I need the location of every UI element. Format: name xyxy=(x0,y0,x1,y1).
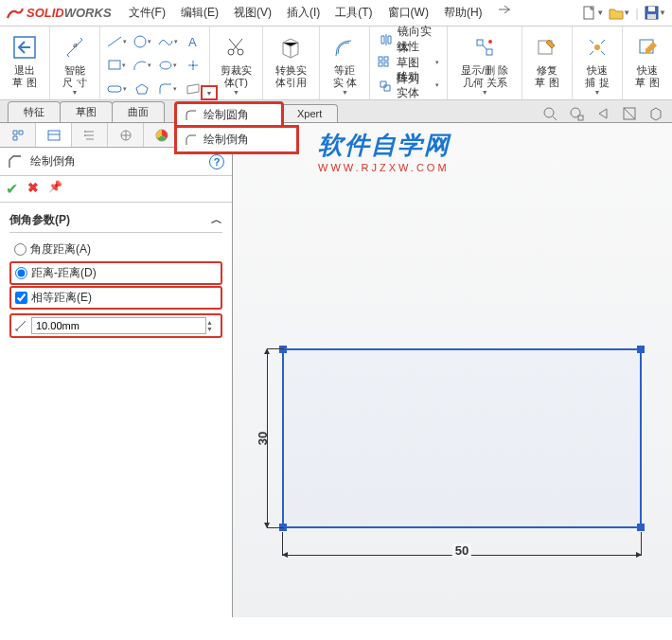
fillet-chamfer-dropdown: 绘制圆角 绘制倒角 xyxy=(174,101,284,129)
slot-tool[interactable]: ▾ xyxy=(104,78,129,100)
fillet-tool[interactable]: ▾ xyxy=(155,78,180,100)
vertex-tr[interactable] xyxy=(637,346,645,353)
radio-distance-input[interactable] xyxy=(15,267,27,279)
graphics-area[interactable]: 软件自学网 WWW.RJZXW.COM 30 50 xyxy=(233,123,672,617)
pushpin-button[interactable]: 📌 xyxy=(48,180,62,198)
radio-distance-distance[interactable]: 距离-距离(D) xyxy=(9,261,222,285)
trim-button[interactable]: 剪裁实 体(T) ▼ xyxy=(214,28,258,99)
menu-insert[interactable]: 插入(I) xyxy=(281,3,326,23)
config-manager-tab[interactable] xyxy=(72,123,108,147)
quick-snap-button[interactable]: 快速捕 捉 ▼ xyxy=(576,28,618,99)
menu-bar: SOLIDWORKS 文件(F) 编辑(E) 视图(V) 插入(I) 工具(T)… xyxy=(0,0,672,27)
svg-point-10 xyxy=(192,64,195,67)
ellipse-tool[interactable]: ▾ xyxy=(155,54,180,77)
convert-icon xyxy=(279,35,304,60)
smart-dimension-button[interactable]: ø 智能尺 寸 ▼ xyxy=(54,28,96,99)
polygon-tool[interactable] xyxy=(130,78,154,100)
svg-point-23 xyxy=(594,44,600,50)
spline-tool[interactable]: ▾ xyxy=(155,30,180,53)
arc-tool[interactable]: ▾ xyxy=(130,54,154,77)
ribbon-group-snap: 快速捕 捉 ▼ xyxy=(573,27,623,99)
fillet-dropdown-arrow[interactable]: ▼ xyxy=(201,85,218,100)
svg-rect-19 xyxy=(477,40,483,45)
text-tool[interactable]: A xyxy=(181,30,205,53)
ribbon-group-sketch-tools: ▾ ▾ ▾ A ▾ ▾ ▾ ▾ ▾ xyxy=(100,27,210,99)
panel-title: 绘制倒角 xyxy=(30,153,209,169)
zoom-fit-icon[interactable] xyxy=(539,103,560,124)
menu-edit[interactable]: 编辑(E) xyxy=(175,3,224,23)
menu-view[interactable]: 视图(V) xyxy=(228,3,277,23)
svg-rect-16 xyxy=(384,57,388,61)
menu-tools[interactable]: 工具(T) xyxy=(329,3,378,23)
radio-angle-distance[interactable]: 角度距离(A) xyxy=(9,239,222,260)
feature-manager-tab[interactable] xyxy=(0,123,36,147)
exit-sketch-button[interactable]: 退出草 图 xyxy=(4,28,45,93)
relations-icon xyxy=(473,36,496,59)
snap-icon xyxy=(586,36,609,59)
svg-point-31 xyxy=(84,134,86,136)
fillet-icon xyxy=(185,109,198,122)
app-logo: SOLIDWORKS xyxy=(6,5,112,22)
property-manager-tab[interactable] xyxy=(36,123,72,147)
heads-up-view-toolbar xyxy=(539,103,666,124)
pattern-icon xyxy=(378,56,393,69)
menu-items: 文件(F) 编辑(E) 视图(V) 插入(I) 工具(T) 窗口(W) 帮助(H… xyxy=(123,3,517,23)
save-button[interactable]: ▼ xyxy=(644,5,666,22)
repair-icon xyxy=(536,36,558,59)
command-manager-tabs: 特征 草图 曲面 Xpert xyxy=(0,100,672,123)
trim-icon xyxy=(223,35,248,60)
section-view-icon[interactable] xyxy=(619,103,640,124)
ribbon-group-pattern: 镜向实体 线性草图阵列▾ 移动实体▾ xyxy=(370,27,448,99)
checkbox-equal-input[interactable] xyxy=(15,292,27,304)
section-header[interactable]: 倒角参数(P)︿ xyxy=(9,208,222,233)
quick-access-toolbar: ▼ ▼ | ▼ xyxy=(581,3,666,24)
vertex-br[interactable] xyxy=(637,524,645,531)
svg-rect-11 xyxy=(108,86,121,92)
svg-point-30 xyxy=(84,131,86,133)
menu-window[interactable]: 窗口(W) xyxy=(382,3,434,23)
svg-rect-29 xyxy=(48,131,60,140)
zoom-area-icon[interactable] xyxy=(566,103,587,124)
repair-sketch-button[interactable]: 修复草 图 xyxy=(526,28,568,93)
open-document-button[interactable]: ▼ xyxy=(608,5,630,22)
dropdown-chamfer-item[interactable]: 绘制倒角 xyxy=(174,125,299,154)
quick-sketch-button[interactable]: 快速草 图 xyxy=(627,28,668,93)
prev-view-icon[interactable] xyxy=(592,103,613,124)
menu-search-icon[interactable] xyxy=(492,3,517,23)
vertex-tl[interactable] xyxy=(279,346,287,353)
ok-button[interactable]: ✔ xyxy=(6,180,18,198)
convert-button[interactable]: 转换实 体引用 xyxy=(267,28,316,93)
sketch-rectangle[interactable] xyxy=(282,348,642,528)
tab-feature[interactable]: 特征 xyxy=(8,101,61,122)
help-button[interactable]: ? xyxy=(209,154,224,169)
svg-point-25 xyxy=(544,108,554,117)
menu-help[interactable]: 帮助(H) xyxy=(438,3,488,23)
point-tool[interactable] xyxy=(181,54,205,77)
new-document-button[interactable]: ▼ xyxy=(581,5,604,22)
d1-input-row: ▲▼ xyxy=(9,313,222,338)
menu-file[interactable]: 文件(F) xyxy=(123,3,171,23)
dimxpert-manager-tab[interactable] xyxy=(108,123,144,147)
show-hide-relations-button[interactable]: 显示/删 除几何 关系 ▼ xyxy=(451,28,518,99)
view-orient-icon[interactable] xyxy=(645,103,666,124)
tab-xpert[interactable]: Xpert xyxy=(281,104,338,122)
rectangle-tool[interactable]: ▾ xyxy=(104,54,129,77)
tab-sketch[interactable]: 草图 xyxy=(60,101,113,122)
svg-point-6 xyxy=(134,36,146,47)
solidworks-logo-icon xyxy=(6,5,25,22)
content-area: 绘制倒角 ? ✔ ✖ 📌 倒角参数(P)︿ 角度距离(A) 距离-距离(D) 相… xyxy=(0,123,672,617)
checkbox-equal-distance[interactable]: 相等距离(E) xyxy=(9,286,222,310)
svg-text:ø: ø xyxy=(73,41,78,49)
offset-button[interactable]: 等距实 体 ▼ xyxy=(324,28,365,99)
ribbon: 退出草 图 ø 智能尺 寸 ▼ ▾ ▾ ▾ A ▾ ▾ ▾ ▾ ▾ 剪裁实 体(… xyxy=(0,27,672,100)
tab-surface[interactable]: 曲面 xyxy=(112,101,165,122)
cancel-button[interactable]: ✖ xyxy=(27,180,39,198)
d1-spinner[interactable]: ▲▼ xyxy=(206,319,218,332)
separator: | xyxy=(634,3,640,24)
dropdown-fillet-item[interactable]: 绘制圆角 xyxy=(177,104,281,126)
d1-value-input[interactable] xyxy=(31,317,206,334)
radio-angle-input[interactable] xyxy=(14,243,27,256)
circle-tool[interactable]: ▾ xyxy=(130,30,154,53)
move-button[interactable]: 移动实体▾ xyxy=(374,74,443,97)
line-tool[interactable]: ▾ xyxy=(104,30,129,53)
